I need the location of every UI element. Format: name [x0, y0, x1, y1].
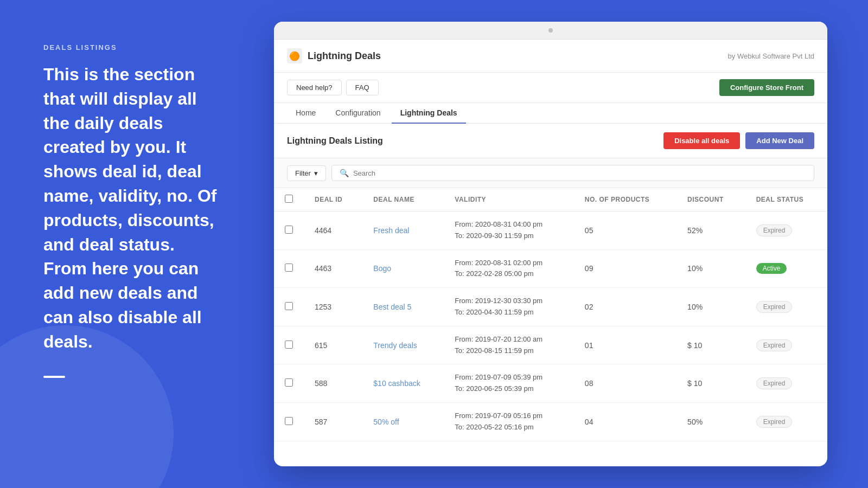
- table-header-row: DEAL ID DEAL NAME VALIDITY NO. OF PRODUC…: [274, 188, 827, 211]
- validity-to-5: To: 2020-05-22 05:16 pm: [455, 422, 563, 433]
- validity-to-4: To: 2020-06-25 05:39 pm: [455, 383, 563, 395]
- col-products: NO. OF PRODUCTS: [574, 188, 676, 211]
- validity-from-2: From: 2019-12-30 03:30 pm: [455, 296, 563, 307]
- page-header: Lightning Deals Listing Disable all deal…: [274, 124, 827, 158]
- cell-discount-4: $ 10: [676, 364, 745, 403]
- cell-deal-id-0: 4464: [304, 211, 362, 250]
- cell-deal-name-5[interactable]: 50% off: [362, 402, 444, 441]
- validity-to-2: To: 2020-04-30 11:59 pm: [455, 307, 563, 318]
- brand-name: by Webkul Software Pvt Ltd: [728, 52, 814, 60]
- row-checkbox-1[interactable]: [285, 264, 293, 272]
- app-logo: 🟠 Lightning Deals: [287, 48, 381, 63]
- deal-name-link-1[interactable]: Bogo: [373, 264, 391, 273]
- cell-status-2: Expired: [745, 288, 827, 326]
- cell-status-4: Expired: [745, 364, 827, 403]
- col-deal-name: DEAL NAME: [362, 188, 444, 211]
- col-status: DEAL STATUS: [745, 188, 827, 211]
- deal-name-link-0[interactable]: Fresh deal: [373, 226, 409, 235]
- tab-configuration[interactable]: Configuration: [327, 103, 389, 124]
- app-content: 🟠 Lightning Deals by Webkul Software Pvt…: [274, 40, 827, 466]
- deal-name-link-4[interactable]: $10 cashback: [373, 379, 420, 388]
- faq-button[interactable]: FAQ: [346, 80, 379, 95]
- validity-from-0: From: 2020-08-31 04:00 pm: [455, 219, 563, 230]
- app-logo-title: Lightning Deals: [308, 50, 381, 62]
- search-icon: 🔍: [340, 169, 349, 177]
- cell-validity-4: From: 2019-07-09 05:39 pm To: 2020-06-25…: [444, 364, 574, 403]
- cell-validity-5: From: 2019-07-09 05:16 pm To: 2020-05-22…: [444, 402, 574, 441]
- col-deal-id: DEAL ID: [304, 188, 362, 211]
- validity-from-4: From: 2019-07-09 05:39 pm: [455, 372, 563, 383]
- cell-products-3: 01: [574, 326, 676, 364]
- status-badge-3: Expired: [756, 339, 793, 351]
- chevron-down-icon: ▾: [314, 169, 318, 177]
- need-help-button[interactable]: Need help?: [287, 80, 342, 95]
- select-all-checkbox[interactable]: [285, 195, 293, 203]
- row-checkbox-cell-4: [274, 364, 304, 403]
- cell-products-0: 05: [574, 211, 676, 250]
- browser-window: 🟠 Lightning Deals by Webkul Software Pvt…: [274, 22, 827, 466]
- cell-deal-name-1[interactable]: Bogo: [362, 249, 444, 288]
- cell-products-2: 02: [574, 288, 676, 326]
- cell-validity-0: From: 2020-08-31 04:00 pm To: 2020-09-30…: [444, 211, 574, 250]
- cell-products-1: 09: [574, 249, 676, 288]
- deal-name-link-2[interactable]: Best deal 5: [373, 303, 411, 311]
- validity-to-1: To: 2022-02-28 05:00 pm: [455, 268, 563, 280]
- table-row: 1253 Best deal 5 From: 2019-12-30 03:30 …: [274, 288, 827, 326]
- status-badge-1: Active: [756, 263, 787, 274]
- browser-container: 🟠 Lightning Deals by Webkul Software Pvt…: [250, 0, 868, 488]
- cell-discount-5: 50%: [676, 402, 745, 441]
- cell-validity-3: From: 2019-07-20 12:00 am To: 2020-08-15…: [444, 326, 574, 364]
- cell-deal-name-2[interactable]: Best deal 5: [362, 288, 444, 326]
- cell-deal-name-4[interactable]: $10 cashback: [362, 364, 444, 403]
- table-row: 588 $10 cashback From: 2019-07-09 05:39 …: [274, 364, 827, 403]
- row-checkbox-cell-1: [274, 249, 304, 288]
- deal-name-link-3[interactable]: Trendy deals: [373, 341, 417, 350]
- validity-from-3: From: 2019-07-20 12:00 am: [455, 334, 563, 345]
- row-checkbox-4[interactable]: [285, 378, 293, 387]
- cell-status-5: Expired: [745, 402, 827, 441]
- row-checkbox-5[interactable]: [285, 417, 293, 425]
- logo-emoji: 🟠: [289, 51, 300, 61]
- search-input[interactable]: [353, 169, 806, 177]
- add-new-deal-button[interactable]: Add New Deal: [745, 132, 814, 149]
- filter-button[interactable]: Filter ▾: [287, 165, 326, 181]
- deal-name-link-5[interactable]: 50% off: [373, 418, 399, 426]
- cell-products-5: 04: [574, 402, 676, 441]
- cell-deal-name-3[interactable]: Trendy deals: [362, 326, 444, 364]
- row-checkbox-2[interactable]: [285, 302, 293, 310]
- cell-status-0: Expired: [745, 211, 827, 250]
- col-validity: VALIDITY: [444, 188, 574, 211]
- validity-to-3: To: 2020-08-15 11:59 pm: [455, 345, 563, 357]
- row-checkbox-cell-0: [274, 211, 304, 250]
- tab-lightning-deals[interactable]: Lightning Deals: [392, 103, 466, 124]
- filter-label: Filter: [295, 169, 311, 177]
- cell-deal-id-5: 587: [304, 402, 362, 441]
- status-badge-4: Expired: [756, 377, 793, 389]
- configure-store-button[interactable]: Configure Store Front: [719, 79, 814, 96]
- table-row: 587 50% off From: 2019-07-09 05:16 pm To…: [274, 402, 827, 441]
- cell-products-4: 08: [574, 364, 676, 403]
- section-label: DEALS LISTINGS: [43, 43, 222, 52]
- app-logo-icon: 🟠: [287, 48, 302, 63]
- header-checkbox-cell: [274, 188, 304, 211]
- row-checkbox-cell-2: [274, 288, 304, 326]
- action-bar-left: Need help? FAQ: [287, 80, 379, 95]
- search-wrapper: 🔍: [331, 165, 814, 181]
- filter-bar: Filter ▾ 🔍: [274, 158, 827, 188]
- cell-discount-0: 52%: [676, 211, 745, 250]
- status-badge-5: Expired: [756, 416, 793, 428]
- disable-all-deals-button[interactable]: Disable all deals: [663, 132, 740, 149]
- cell-status-3: Expired: [745, 326, 827, 364]
- row-checkbox-0[interactable]: [285, 226, 293, 234]
- cell-status-1: Active: [745, 249, 827, 288]
- cell-validity-1: From: 2020-08-31 02:00 pm To: 2022-02-28…: [444, 249, 574, 288]
- action-bar: Need help? FAQ Configure Store Front: [274, 73, 827, 103]
- cell-discount-3: $ 10: [676, 326, 745, 364]
- validity-to-0: To: 2020-09-30 11:59 pm: [455, 230, 563, 242]
- tab-home[interactable]: Home: [287, 103, 324, 124]
- row-checkbox-3[interactable]: [285, 341, 293, 349]
- cell-deal-id-3: 615: [304, 326, 362, 364]
- cell-deal-name-0[interactable]: Fresh deal: [362, 211, 444, 250]
- cell-deal-id-1: 4463: [304, 249, 362, 288]
- nav-tabs: Home Configuration Lightning Deals: [274, 103, 827, 124]
